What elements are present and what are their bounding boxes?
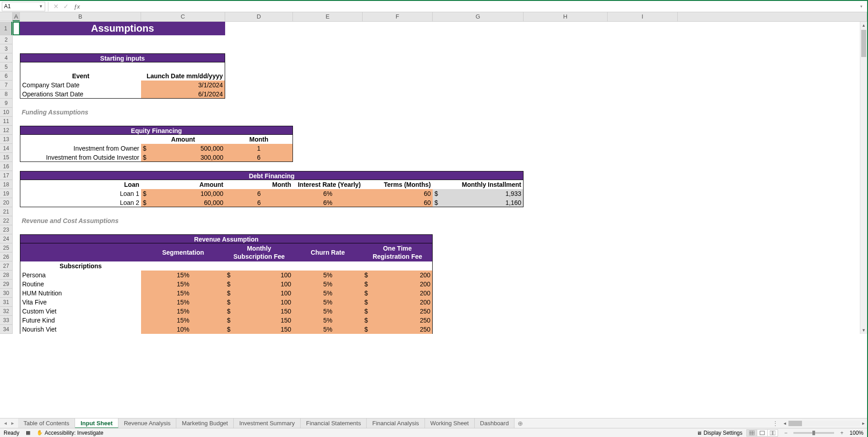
sheet-tab-revenue-analysis[interactable]: Revenue Analysis <box>118 418 176 428</box>
sheet-tab-marketing-budget[interactable]: Marketing Budget <box>176 418 234 428</box>
tab-nav-prev-icon[interactable]: ◄ <box>2 421 9 426</box>
hscroll-right-icon[interactable]: ► <box>860 421 867 426</box>
row-header-2[interactable]: 2 <box>0 35 12 44</box>
sheet-tab-financial-analysis[interactable]: Financial Analysis <box>367 418 425 428</box>
row-header-32[interactable]: 32 <box>0 307 12 316</box>
row-header-34[interactable]: 34 <box>0 325 12 334</box>
column-header-G[interactable]: G <box>433 12 524 21</box>
row-header-9[interactable]: 9 <box>0 99 12 108</box>
page-layout-view-button[interactable] <box>757 429 768 437</box>
vertical-scrollbar[interactable]: ▲ ▼ <box>860 22 867 334</box>
row-header-15[interactable]: 15 <box>0 153 12 162</box>
hscroll-thumb[interactable] <box>788 421 802 426</box>
worksheet[interactable]: AssumptionsStarting inputsEventLaunch Da… <box>13 22 867 334</box>
row-header-25[interactable]: 25 <box>0 243 12 252</box>
column-header-F[interactable]: F <box>363 12 433 21</box>
zoom-slider-thumb[interactable] <box>812 431 815 435</box>
hscroll-left-icon[interactable]: ◄ <box>781 421 788 426</box>
row-header-3[interactable]: 3 <box>0 44 12 53</box>
row-header-30[interactable]: 30 <box>0 289 12 298</box>
row-header-5[interactable]: 5 <box>0 62 12 71</box>
zoom-out-button[interactable]: − <box>783 430 789 436</box>
debt-month-cell: 6 <box>225 198 293 207</box>
row-header-4[interactable]: 4 <box>0 53 12 62</box>
record-macro-icon[interactable]: ▦ <box>26 430 30 436</box>
sub-name: Nourish Viet <box>20 325 141 334</box>
row-header-33[interactable]: 33 <box>0 316 12 325</box>
sheet-tab-input-sheet[interactable]: Input Sheet <box>75 418 118 428</box>
column-header-H[interactable]: H <box>524 12 608 21</box>
row-header-31[interactable]: 31 <box>0 298 12 307</box>
churn-header: Churn Rate <box>293 243 363 261</box>
event-col-header: Event <box>20 71 141 81</box>
tab-scroll-menu-icon[interactable]: ⋮ <box>772 420 778 427</box>
row-header-17[interactable]: 17 <box>0 171 12 180</box>
formula-expand-icon[interactable]: ▾ <box>857 4 865 9</box>
formula-input[interactable] <box>83 2 857 11</box>
row-header-22[interactable]: 22 <box>0 216 12 225</box>
row-header-11[interactable]: 11 <box>0 117 12 126</box>
row-header-8[interactable]: 8 <box>0 90 12 99</box>
zoom-slider[interactable] <box>793 432 834 434</box>
column-header-B[interactable]: B <box>20 12 141 21</box>
assumptions-title: Assumptions <box>20 22 225 35</box>
normal-view-button[interactable] <box>746 429 757 437</box>
fx-icon[interactable]: ƒx <box>74 3 80 10</box>
sub-reg: $250 <box>363 316 433 325</box>
row-header-20[interactable]: 20 <box>0 198 12 207</box>
debt-inst-cell: $1,160 <box>433 198 524 207</box>
sub-churn: 5% <box>293 289 363 298</box>
name-box[interactable]: A1 ▼ <box>2 2 45 11</box>
grid-view-icon <box>749 431 755 435</box>
row-header-6[interactable]: 6 <box>0 71 12 81</box>
blank <box>141 261 225 271</box>
row-header-1[interactable]: 1 <box>0 22 12 35</box>
horizontal-scrollbar[interactable]: ◄ ► <box>781 421 867 426</box>
column-header-D[interactable]: D <box>225 12 293 21</box>
sub-name: HUM Nutrition <box>20 289 141 298</box>
zoom-in-button[interactable]: + <box>839 430 845 436</box>
column-header-E[interactable]: E <box>293 12 363 21</box>
row-header-18[interactable]: 18 <box>0 180 12 189</box>
scroll-up-icon[interactable]: ▲ <box>860 22 867 29</box>
sub-seg: 15% <box>141 307 225 316</box>
row-header-28[interactable]: 28 <box>0 271 12 280</box>
row-header-19[interactable]: 19 <box>0 189 12 198</box>
display-settings-button[interactable]: 🖥 Display Settings <box>697 430 742 436</box>
row-header-16[interactable]: 16 <box>0 162 12 171</box>
row-header-7[interactable]: 7 <box>0 81 12 90</box>
scroll-down-icon[interactable]: ▼ <box>860 327 867 334</box>
row-header-21[interactable]: 21 <box>0 207 12 216</box>
sheet-tab-table-of-contents[interactable]: Table of Contents <box>18 418 75 428</box>
row-header-12[interactable]: 12 <box>0 126 12 135</box>
zoom-level[interactable]: 100% <box>849 430 863 436</box>
column-header-C[interactable]: C <box>141 12 225 21</box>
row-header-24[interactable]: 24 <box>0 234 12 243</box>
add-sheet-button[interactable]: ⊕ <box>514 420 526 427</box>
page-break-view-button[interactable] <box>767 429 778 437</box>
row-header-10[interactable]: 10 <box>0 108 12 117</box>
row-header-13[interactable]: 13 <box>0 135 12 144</box>
page-layout-icon <box>760 431 765 435</box>
scroll-thumb[interactable] <box>861 30 866 57</box>
column-header-I[interactable]: I <box>608 12 678 21</box>
debt-amount-header: Amount <box>141 180 225 189</box>
sheet-tab-working-sheet[interactable]: Working Sheet <box>425 418 475 428</box>
select-all-cell[interactable] <box>0 12 13 21</box>
row-header-27[interactable]: 27 <box>0 261 12 271</box>
tab-nav-next-icon[interactable]: ► <box>9 421 16 426</box>
sub-fee: $100 <box>225 280 293 289</box>
sub-fee: $150 <box>225 316 293 325</box>
row-header-14[interactable]: 14 <box>0 144 12 153</box>
subscriptions-subheader: Subscriptions <box>20 261 141 271</box>
name-box-dropdown-icon[interactable]: ▼ <box>39 4 43 9</box>
row-header-26[interactable]: 26 <box>0 252 12 261</box>
sheet-tab-financial-statements[interactable]: Financial Statements <box>301 418 367 428</box>
row-header-23[interactable]: 23 <box>0 225 12 234</box>
sheet-tab-investment-summary[interactable]: Investment Summary <box>234 418 301 428</box>
sheet-tab-dashboard[interactable]: Dashboard <box>475 418 515 428</box>
equity-row-label: Investment from Owner <box>20 144 141 153</box>
column-header-A[interactable]: A <box>13 12 20 21</box>
accessibility-button[interactable]: ✋ Accessibility: Investigate <box>37 430 104 436</box>
row-header-29[interactable]: 29 <box>0 280 12 289</box>
